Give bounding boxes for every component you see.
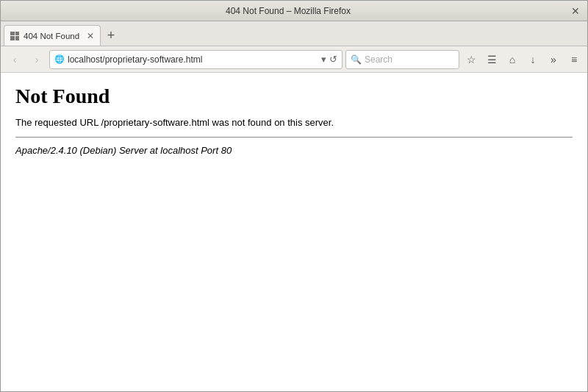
search-bar[interactable]: 🔍 Search	[345, 50, 459, 69]
tab-label: 404 Not Found	[24, 32, 79, 40]
search-placeholder: Search	[365, 54, 392, 65]
dropdown-icon: ▾	[321, 54, 326, 65]
close-button[interactable]: ✕	[570, 5, 581, 17]
active-tab[interactable]: 404 Not Found ✕	[4, 25, 101, 46]
address-bar[interactable]: 🌐 localhost/proprietary-software.html ▾ …	[49, 50, 343, 69]
overflow-button[interactable]: »	[545, 51, 562, 68]
address-text: localhost/proprietary-software.html	[68, 54, 318, 65]
menu-button[interactable]: ≡	[565, 51, 583, 68]
download-button[interactable]: ↓	[524, 51, 542, 68]
search-icon: 🔍	[351, 54, 362, 65]
page-divider	[15, 137, 573, 138]
home-button[interactable]: ⌂	[503, 51, 521, 68]
page-footer: Apache/2.4.10 (Debian) Server at localho…	[15, 145, 573, 156]
address-icon: 🌐	[54, 54, 65, 64]
tabbar: 404 Not Found ✕ +	[1, 21, 587, 46]
tab-favicon	[10, 32, 19, 40]
forward-button[interactable]: ›	[27, 50, 46, 69]
new-tab-button[interactable]: +	[102, 26, 120, 44]
reload-button[interactable]: ↺	[329, 54, 337, 65]
reader-view-button[interactable]: ☰	[483, 51, 501, 68]
tab-close-button[interactable]: ✕	[87, 32, 94, 40]
page-heading: Not Found	[15, 85, 573, 108]
titlebar: 404 Not Found – Mozilla Firefox ✕	[1, 1, 587, 21]
navbar: ‹ › 🌐 localhost/proprietary-software.htm…	[1, 46, 587, 73]
back-button[interactable]: ‹	[5, 50, 24, 69]
browser-window: 404 Not Found – Mozilla Firefox ✕ 404 No…	[0, 0, 588, 392]
bookmark-button[interactable]: ☆	[462, 51, 480, 68]
page-content: Not Found The requested URL /proprietary…	[1, 73, 587, 391]
page-message: The requested URL /proprietary-software.…	[15, 117, 573, 128]
titlebar-title: 404 Not Found – Mozilla Firefox	[7, 6, 570, 16]
